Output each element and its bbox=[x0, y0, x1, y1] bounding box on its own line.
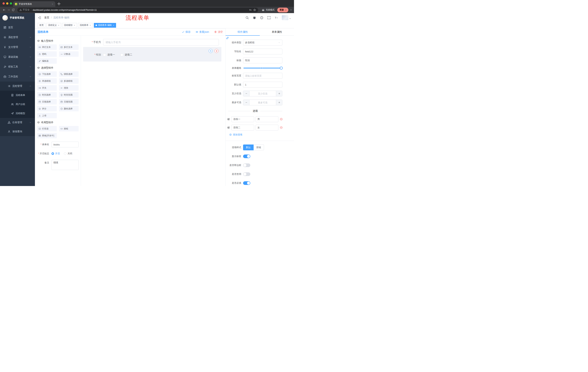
palette-item-time-range[interactable]: 时间范围 bbox=[59, 92, 79, 97]
clear-button[interactable]: 清空 bbox=[214, 30, 223, 34]
palette-item-color-picker[interactable]: 颜色选择 bbox=[59, 106, 79, 111]
tag-home[interactable]: 首页 bbox=[38, 23, 45, 28]
disabled-switch[interactable] bbox=[243, 172, 250, 176]
help-icon[interactable]: ? bbox=[260, 16, 263, 20]
default-value-input[interactable] bbox=[243, 82, 282, 87]
sidebar-item-process-mgmt[interactable]: 流程管理 bbox=[0, 82, 35, 91]
stepper-decrease-button[interactable] bbox=[243, 91, 249, 96]
checkbox-option-2[interactable]: 选项二 bbox=[120, 53, 132, 56]
option-1-value-input[interactable] bbox=[256, 116, 278, 122]
fullscreen-icon[interactable] bbox=[267, 16, 271, 20]
phone-input[interactable] bbox=[103, 39, 219, 45]
palette-item-single-text[interactable]: 单行文本 bbox=[37, 44, 57, 50]
option-2-name-input[interactable] bbox=[231, 125, 254, 130]
border-switch[interactable] bbox=[243, 163, 250, 167]
style-button-button[interactable]: 按钮 bbox=[254, 145, 264, 150]
palette-item-table[interactable]: 表格[开发中] bbox=[37, 133, 57, 138]
stepper-increase-button[interactable] bbox=[276, 91, 282, 96]
label-width-input[interactable] bbox=[243, 73, 282, 79]
title-input[interactable] bbox=[243, 57, 282, 63]
minimize-window-button[interactable] bbox=[6, 2, 8, 5]
palette-item-switch[interactable]: 开关 bbox=[37, 85, 57, 91]
palette-item-counter[interactable]: 123计数器 bbox=[59, 51, 79, 57]
sidebar-item-task-mgmt[interactable]: 任务管理 bbox=[0, 118, 35, 127]
palette-item-time-picker[interactable]: 时间选择 bbox=[37, 92, 57, 97]
sidebar-item-devtools[interactable]: 研发工具 bbox=[0, 62, 35, 72]
option-1-name-input[interactable] bbox=[231, 116, 254, 122]
address-bar[interactable]: 不安全 dashboard.yudao.iocoder.cn/bpm/manag… bbox=[17, 8, 258, 12]
tag-process-model[interactable]: 流程模型 bbox=[62, 23, 77, 28]
stepper-increase-button[interactable] bbox=[276, 100, 282, 105]
sidebar-item-leave-query[interactable]: 请假查询 bbox=[0, 127, 35, 136]
canvas-widget-gender-selected[interactable]: 性别 选项一 选项二 bbox=[83, 47, 221, 62]
new-tab-button[interactable] bbox=[57, 2, 61, 6]
tab-form-props[interactable]: 表单属性 bbox=[260, 28, 294, 35]
github-icon[interactable] bbox=[253, 16, 256, 20]
grid-slider[interactable] bbox=[243, 68, 281, 68]
min-select-input[interactable] bbox=[249, 91, 276, 96]
option-2-value-input[interactable] bbox=[256, 125, 278, 130]
tag-process-form[interactable]: 流程表单 bbox=[78, 23, 93, 28]
sidebar-item-payment[interactable]: 支付管理 bbox=[0, 42, 35, 52]
palette-item-multi-text[interactable]: 多行文本 bbox=[59, 44, 79, 50]
sidebar-item-home[interactable]: 首页 bbox=[0, 22, 35, 32]
sidebar-fold-button[interactable] bbox=[38, 16, 41, 20]
sidebar-item-system[interactable]: 系统管理 bbox=[0, 32, 35, 42]
form-canvas[interactable]: 手机号 性别 bbox=[81, 36, 225, 186]
palette-item-checkbox-group[interactable]: 多选框组 bbox=[59, 78, 79, 84]
zoom-window-button[interactable] bbox=[10, 2, 12, 5]
widget-delete-button[interactable] bbox=[214, 49, 219, 53]
palette-item-row-container[interactable]: 行容器 bbox=[37, 126, 57, 131]
palette-item-rate[interactable]: 评分 bbox=[37, 106, 57, 111]
sidebar-item-process-model[interactable]: 流程模型 bbox=[0, 109, 35, 118]
close-icon[interactable] bbox=[113, 24, 115, 26]
close-icon[interactable] bbox=[58, 24, 60, 26]
user-avatar-menu[interactable] bbox=[282, 15, 291, 20]
link-icon[interactable] bbox=[226, 36, 229, 40]
security-chip[interactable]: 不安全 bbox=[20, 8, 30, 11]
sidebar-logo[interactable]: 芋道管理系统 bbox=[0, 13, 35, 22]
palette-item-date-range[interactable]: 日期范围 bbox=[59, 99, 79, 105]
palette-item-slider[interactable]: 滑块 bbox=[59, 85, 79, 91]
browser-menu-icon[interactable] bbox=[284, 9, 287, 11]
field-name-input[interactable] bbox=[243, 49, 282, 54]
checkbox-option-1[interactable]: 选项一 bbox=[103, 53, 115, 56]
form-remark-textarea[interactable]: 嘿嘿 bbox=[52, 160, 79, 170]
browser-tab[interactable]: 芋道管理系统 bbox=[13, 1, 55, 7]
add-option-button[interactable]: 添加选项 bbox=[229, 133, 282, 136]
required-switch[interactable] bbox=[243, 181, 250, 185]
profile-chevron-icon[interactable] bbox=[290, 9, 292, 11]
remove-option-button[interactable] bbox=[280, 126, 283, 129]
stepper-decrease-button[interactable] bbox=[243, 100, 249, 105]
palette-item-button[interactable]: 按钮 bbox=[59, 126, 79, 131]
canvas-field-phone[interactable]: 手机号 bbox=[89, 39, 221, 45]
remove-option-button[interactable] bbox=[280, 118, 283, 121]
show-label-switch[interactable] bbox=[243, 155, 250, 158]
back-button[interactable] bbox=[2, 8, 6, 12]
close-icon[interactable] bbox=[89, 24, 91, 26]
radio-status-on[interactable]: 开启 bbox=[52, 152, 60, 155]
forward-button[interactable] bbox=[6, 8, 11, 12]
close-icon[interactable] bbox=[74, 24, 75, 26]
save-button[interactable]: 保存 bbox=[182, 30, 190, 34]
tag-process-definition[interactable]: 流程定义 bbox=[46, 23, 61, 28]
palette-item-cascader[interactable]: 级联选择 bbox=[59, 71, 79, 77]
palette-item-dropdown[interactable]: 下拉选择 bbox=[37, 71, 57, 77]
component-type-select[interactable]: 多选框组 bbox=[243, 40, 282, 45]
sidebar-item-workflow[interactable]: 工作流程 bbox=[0, 72, 35, 82]
bookmark-star-icon[interactable] bbox=[253, 9, 256, 11]
search-icon[interactable] bbox=[245, 16, 249, 20]
close-window-button[interactable] bbox=[2, 2, 5, 5]
browser-update-button[interactable]: 更新 bbox=[277, 8, 288, 12]
view-json-button[interactable]: 查看json bbox=[196, 30, 209, 34]
widget-copy-button[interactable] bbox=[209, 49, 213, 53]
slider-handle[interactable] bbox=[280, 67, 283, 70]
palette-item-upload[interactable]: 上传 bbox=[37, 113, 57, 118]
radio-status-off[interactable]: 关闭 bbox=[64, 152, 72, 155]
palette-item-radio-group[interactable]: 单选框组 bbox=[37, 78, 57, 84]
tab-close-icon[interactable] bbox=[52, 3, 53, 5]
form-name-input[interactable] bbox=[52, 142, 79, 148]
reload-button[interactable] bbox=[11, 8, 15, 12]
drag-handle-icon[interactable] bbox=[227, 118, 230, 121]
breadcrumb-home[interactable]: 首页 bbox=[44, 16, 49, 19]
